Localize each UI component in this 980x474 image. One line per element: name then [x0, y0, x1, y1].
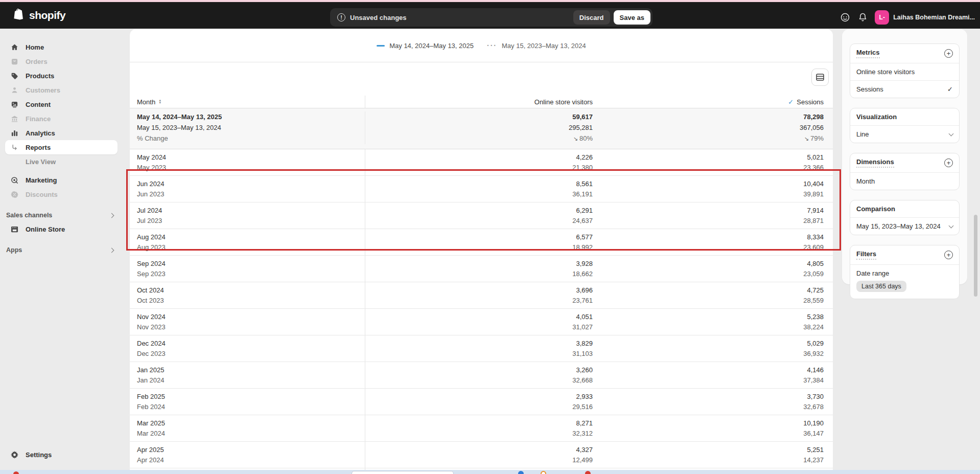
date-range-pill[interactable]: Last 365 days: [856, 281, 906, 292]
shopify-logo[interactable]: shopify: [13, 9, 65, 22]
visitors-header-label: Online store visitors: [534, 98, 593, 106]
chevron-down-icon: [949, 223, 954, 228]
sidebar-item-label: Marketing: [26, 176, 57, 184]
dimension-item-month[interactable]: Month: [850, 172, 959, 190]
sidebar-item-label: Reports: [26, 144, 51, 151]
row-visitors: 8,561: [365, 179, 593, 189]
row-sessions-compare: 36,932: [593, 349, 824, 359]
table-row-jun-2024[interactable]: Jun 2024Jun 20238,56136,19110,40439,891: [130, 176, 833, 202]
discounts-icon: [10, 190, 18, 198]
add-metric-button[interactable]: +: [944, 49, 953, 58]
table-summary-row[interactable]: May 14, 2024–May 13, 2025 59,617 78,298 …: [130, 108, 833, 149]
analytics-icon: [10, 129, 18, 137]
legend-compare-range[interactable]: ··· May 15, 2023–May 13, 2024: [487, 41, 586, 50]
save-as-button[interactable]: Save as: [614, 10, 650, 25]
taskbar-blue-icon: [518, 471, 524, 474]
metrics-card: Metrics + Online store visitors Sessions…: [850, 43, 960, 98]
sidebar-item-reports[interactable]: Reports: [5, 140, 118, 154]
row-sessions-compare: 39,891: [593, 189, 824, 199]
sidebar-item-settings[interactable]: Settings: [5, 447, 118, 462]
taskbar-search-box: [352, 471, 454, 474]
metric-item-online-store-visitors[interactable]: Online store visitors: [850, 63, 959, 80]
filters-card: Filters + Date range Last 365 days: [850, 245, 960, 299]
legend-current-label: May 14, 2024–May 13, 2025: [389, 42, 474, 50]
table-row-aug-2024[interactable]: Aug 2024Aug 20236,57718,9928,33423,609: [130, 229, 833, 256]
summary-current-sessions: 78,298: [593, 111, 833, 122]
check-icon: ✓: [788, 98, 794, 106]
table-row-sep-2024[interactable]: Sep 2024Sep 20233,92818,6624,80523,059: [130, 256, 833, 282]
legend-line-icon: [377, 45, 385, 47]
table-row-nov-2024[interactable]: Nov 2024Nov 20234,05131,0275,23838,224: [130, 309, 833, 335]
add-filter-button[interactable]: +: [944, 251, 953, 259]
row-compare-period: May 2023: [137, 163, 166, 173]
sidebar-item-live-view[interactable]: Live View: [5, 154, 118, 169]
sidebar-item-products[interactable]: Products: [5, 69, 118, 83]
sidebar-nav: HomeOrdersProductsCustomersContentFinanc…: [0, 29, 123, 474]
vertical-scrollbar-thumb[interactable]: [974, 215, 977, 297]
content-icon: [10, 100, 18, 108]
sidebar-item-home[interactable]: Home: [5, 40, 118, 54]
sidebar-item-label: Online Store: [26, 225, 65, 233]
discard-button[interactable]: Discard: [573, 10, 610, 25]
check-icon: ✓: [947, 85, 953, 93]
column-header-visitors[interactable]: Online store visitors: [365, 98, 593, 106]
table-row-jul-2024[interactable]: Jul 2024Jul 20236,29124,6377,91428,871: [130, 202, 833, 229]
row-compare-period: Dec 2023: [137, 349, 166, 359]
shopify-bag-icon: [13, 9, 26, 22]
row-visitors-compare: 31,027: [365, 322, 593, 332]
table-row-oct-2024[interactable]: Oct 2024Oct 20233,69623,7614,72528,559: [130, 282, 833, 309]
sidebar-section-apps[interactable]: Apps: [5, 243, 118, 257]
visualization-select[interactable]: Line: [850, 125, 959, 143]
row-compare-period: Sep 2023: [137, 269, 166, 279]
table-row-feb-2025[interactable]: Feb 2025Feb 20242,93329,5163,73032,678: [130, 389, 833, 415]
legend-current-range[interactable]: May 14, 2024–May 13, 2025: [377, 42, 474, 50]
taskbar-ball-icon: [541, 471, 546, 474]
row-compare-period: Apr 2024: [137, 455, 164, 465]
row-visitors-compare: 31,103: [365, 349, 593, 359]
table-row-mar-2025[interactable]: Mar 2025Mar 20248,27132,31210,19036,147: [130, 415, 833, 442]
row-visitors: 3,260: [365, 365, 593, 375]
row-sessions-compare: 14,237: [593, 455, 824, 465]
summary-change-visitors: ↘80%: [365, 133, 593, 144]
sidebar-item-analytics[interactable]: Analytics: [5, 126, 118, 140]
comparison-select[interactable]: May 15, 2023–May 13, 2024: [850, 217, 959, 235]
assistant-icon[interactable]: [840, 12, 850, 22]
sidebar-section-sales-channels[interactable]: Sales channels: [5, 209, 118, 222]
sidebar-item-online-store[interactable]: Online Store: [5, 222, 118, 236]
table-row-dec-2024[interactable]: Dec 2024Dec 20233,82931,1035,02936,932: [130, 335, 833, 362]
gear-icon: [10, 450, 18, 459]
summary-compare-sessions: 367,056: [593, 122, 833, 133]
row-sessions: 5,029: [593, 338, 824, 349]
summary-change-label: % Change: [130, 133, 365, 144]
row-compare-period: Oct 2023: [137, 296, 164, 306]
column-header-sessions[interactable]: ✓Sessions: [593, 98, 833, 106]
marketing-icon: [10, 176, 18, 184]
row-period: Jun 2024: [137, 179, 165, 189]
add-dimension-button[interactable]: +: [944, 159, 953, 167]
table-row-apr-2025[interactable]: Apr 2025Apr 20244,32712,4995,25114,237: [130, 442, 833, 468]
metric-item-sessions[interactable]: Sessions ✓: [850, 80, 959, 98]
table-view-toggle-button[interactable]: [811, 69, 829, 86]
column-header-month[interactable]: Month ▲▼: [130, 96, 365, 108]
table-row-jan-2025[interactable]: Jan 2025Jan 20243,26032,6684,14637,384: [130, 362, 833, 389]
notifications-bell-icon[interactable]: [857, 12, 868, 22]
row-sessions: 10,190: [593, 418, 824, 428]
store-icon: [10, 225, 18, 233]
sidebar-item-label: Content: [26, 101, 51, 108]
row-sessions-compare: 28,559: [593, 296, 824, 306]
table-row-may-2024[interactable]: May 2024May 20234,22621,3805,02123,366: [130, 149, 833, 176]
row-period: Aug 2024: [137, 232, 166, 242]
row-period: Oct 2024: [137, 285, 164, 296]
metric-label: Sessions: [856, 85, 883, 93]
sidebar-item-content[interactable]: Content: [5, 97, 118, 111]
chevron-right-icon: [109, 247, 114, 253]
user-menu[interactable]: L- Laihas Bohemian Dreami...: [875, 10, 975, 25]
dimensions-card: Dimensions + Month: [850, 153, 960, 190]
row-visitors-compare: 29,516: [365, 402, 593, 412]
row-visitors-compare: 18,662: [365, 269, 593, 279]
row-visitors-compare: 32,312: [365, 428, 593, 439]
sidebar-item-label: Live View: [26, 158, 56, 166]
orders-icon: [10, 57, 18, 65]
sidebar-item-marketing[interactable]: Marketing: [5, 173, 118, 187]
row-sessions: 5,021: [593, 152, 824, 163]
